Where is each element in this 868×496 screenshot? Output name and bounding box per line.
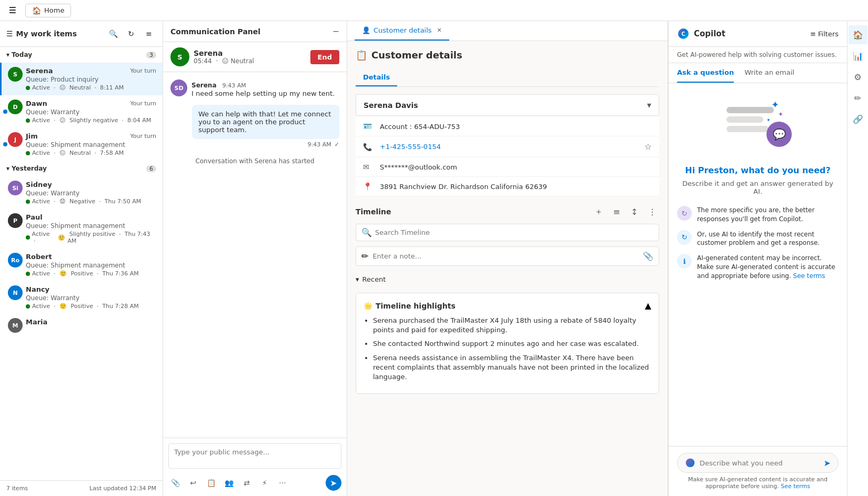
svg-rect-2	[726, 107, 774, 113]
work-item-robert-status: Active · 🙂 Positive · Thu 7:36 AM	[26, 270, 156, 277]
communication-panel: Communication Panel − S Serena 05:44 · 😐…	[163, 21, 347, 496]
copilot-input[interactable]	[700, 459, 820, 467]
hamburger-menu[interactable]: ☰	[4, 2, 21, 19]
team-icon[interactable]: 👥	[222, 476, 236, 490]
filter-button[interactable]: ≡	[142, 26, 156, 41]
note-input-row[interactable]: ✏ 📎	[356, 246, 659, 266]
tip-icon-3: ℹ	[677, 254, 692, 269]
work-item-nancy[interactable]: N Nancy Queue: Warranty Active · 🙂 Posit…	[0, 281, 163, 314]
work-item-dawn[interactable]: D Dawn Your turn Queue: Warranty Active …	[0, 95, 163, 128]
today-chevron-icon[interactable]: ▾	[6, 51, 9, 58]
highlights-collapse-btn[interactable]: ▲	[645, 301, 651, 311]
more-tools-icon[interactable]: ···	[276, 476, 289, 490]
address-value: 3891 Ranchview Dr. Richardson California…	[380, 183, 652, 191]
home-button[interactable]: 🏠 Home	[25, 4, 71, 17]
phone-value[interactable]: +1-425-555-0154	[380, 143, 638, 151]
send-button[interactable]: ➤	[326, 475, 341, 491]
agent-bar: S Serena 05:44 · 😐 Neutral End	[163, 42, 347, 72]
agent-details: Serena 05:44 · 😐 Neutral	[194, 49, 254, 65]
ask-question-tab[interactable]: Ask a question	[677, 63, 734, 83]
work-item-paul[interactable]: P Paul Queue: Shipment management Active…	[0, 209, 163, 249]
refresh-button[interactable]: ↻	[124, 26, 138, 41]
detail-tab-details[interactable]: Details	[356, 69, 397, 86]
copilot-disclaimer: Make sure AI-generated content is accura…	[677, 476, 839, 490]
see-terms-link[interactable]: See terms	[793, 272, 825, 280]
copilot-tip-2: ↻ Or, use AI to identify the most recent…	[677, 230, 839, 248]
filters-button[interactable]: ≡ Filters	[810, 30, 839, 38]
main-content: ☰ My work items 🔍 ↻ ≡ ▾ Today 3 S	[0, 21, 868, 496]
chat-tools: 📎 ↩ 📋 👥 ⇄ ⚡ ···	[168, 476, 289, 490]
comm-panel-header: Communication Panel −	[163, 21, 347, 42]
agent-info: S Serena 05:44 · 😐 Neutral	[170, 47, 254, 66]
transfer-icon[interactable]: ⇄	[240, 476, 254, 490]
disclaimer-link[interactable]: See terms	[781, 483, 810, 490]
message-time-agent: 9:43 AM ✓	[308, 141, 339, 148]
reply-icon[interactable]: ↩	[186, 476, 200, 490]
recent-chevron-icon: ▾	[356, 275, 359, 283]
sentiment-icon-robert: 🙂	[59, 270, 67, 277]
note-attach-icon[interactable]: 📎	[643, 251, 653, 261]
copilot-icon: C	[677, 27, 690, 40]
avatar-sidney: Si	[8, 181, 23, 195]
work-item-maria[interactable]: M Maria	[0, 314, 163, 337]
work-item-sidney[interactable]: Si Sidney Queue: Warranty Active · 😟 Neg…	[0, 176, 163, 209]
sidebar-icon-analytics[interactable]: 📊	[849, 46, 867, 65]
work-item-jim[interactable]: J Jim Your turn Queue: Shipment manageme…	[0, 128, 163, 161]
message-sender-serena: Serena	[191, 82, 216, 89]
work-item-sidney-name: Sidney	[26, 181, 52, 189]
comm-panel-title: Communication Panel	[170, 27, 260, 36]
address-icon: 📍	[363, 182, 374, 191]
avatar-robert: Ro	[8, 253, 23, 267]
timeline-more-button[interactable]: ⋮	[645, 205, 659, 219]
timeline-search-input[interactable]	[375, 229, 653, 236]
timeline-search-bar[interactable]: 🔍	[356, 224, 659, 241]
sidebar-icon-edit[interactable]: ✏	[849, 88, 867, 107]
today-label: Today	[12, 51, 32, 58]
work-item-serena[interactable]: S Serena Your turn Queue: Product inquir…	[0, 63, 163, 95]
svg-text:✦: ✦	[771, 99, 779, 110]
note-input[interactable]	[372, 252, 639, 260]
minimize-button[interactable]: −	[332, 26, 339, 36]
avatar-jim: J	[8, 132, 23, 147]
work-item-robert[interactable]: Ro Robert Queue: Shipment management Act…	[0, 249, 163, 281]
yesterday-chevron-icon[interactable]: ▾	[6, 165, 9, 172]
svg-rect-4	[726, 126, 769, 132]
expand-icon[interactable]: ▾	[647, 100, 651, 110]
filter-icon: ≡	[810, 30, 816, 38]
timeline-filter-button[interactable]: ≡	[610, 205, 623, 219]
quick-reply-icon[interactable]: ⚡	[258, 476, 271, 490]
work-item-serena-name: Serena	[26, 67, 53, 75]
copilot-send-button[interactable]: ➤	[824, 458, 831, 468]
copilot-subtext: Describe it and get an answer generated …	[677, 180, 839, 195]
status-dot-dawn	[26, 118, 30, 123]
sidebar-icon-home[interactable]: 🏠	[849, 25, 867, 44]
attach-icon[interactable]: 📎	[168, 476, 182, 490]
search-button[interactable]: 🔍	[106, 26, 120, 41]
customer-content: 📋 Customer details Details Serena Davis …	[347, 41, 668, 496]
svg-text:✦: ✦	[778, 111, 783, 118]
sidebar-icon-link[interactable]: 🔗	[849, 110, 867, 128]
tip-icon-2: ↻	[677, 230, 692, 245]
write-email-tab[interactable]: Write an email	[744, 63, 794, 83]
tab-customer-details[interactable]: 👤 Customer details ✕	[355, 21, 449, 41]
tab-close-customer-details[interactable]: ✕	[437, 27, 442, 34]
sidebar-icon-settings[interactable]: ⚙	[849, 67, 867, 86]
work-items-menu-icon: ☰	[6, 29, 13, 38]
tip-icon-1: ↻	[677, 206, 692, 221]
timeline-highlights: 🌟 Timeline highlights ▲ Serena purchased…	[356, 293, 659, 394]
work-items-label: My work items	[16, 29, 77, 38]
customer-name: Serena Davis	[364, 101, 418, 110]
copilot-input-box: ➤	[677, 453, 839, 473]
work-item-jim-status: Active · 😐 Neutral · 7:58 AM	[26, 150, 156, 156]
clipboard-icon[interactable]: 📋	[204, 476, 218, 490]
work-item-sidney-status: Active · 😟 Negative · Thu 7:50 AM	[26, 198, 156, 205]
end-button[interactable]: End	[310, 50, 339, 64]
work-items-list: ▾ Today 3 S Serena Your turn Queue: Prod…	[0, 47, 163, 480]
recent-toggle[interactable]: ▾ Recent	[356, 275, 659, 283]
timeline-add-button[interactable]: ＋	[592, 205, 605, 219]
copilot-tips: ↻ The more specific you are, the better …	[677, 206, 839, 281]
chat-input[interactable]	[168, 443, 341, 469]
star-icon[interactable]: ☆	[644, 142, 652, 152]
timeline-sort-button[interactable]: ↕	[628, 205, 641, 219]
svg-text:C: C	[681, 31, 685, 37]
